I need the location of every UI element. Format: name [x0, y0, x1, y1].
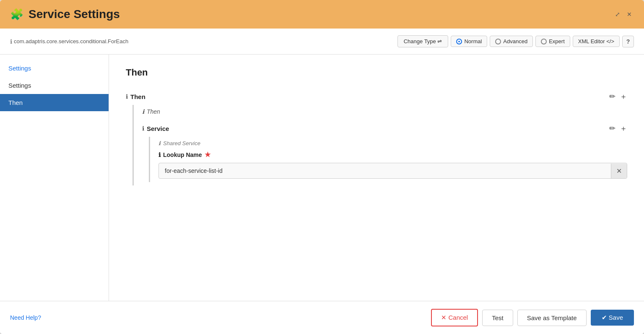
- normal-radio-button[interactable]: Normal: [451, 36, 487, 47]
- change-type-button[interactable]: Change Type ⇌: [397, 35, 449, 47]
- then-add-icon[interactable]: ＋: [620, 91, 627, 102]
- header-controls: ⤢ ✕: [613, 10, 634, 19]
- required-indicator: ★: [205, 151, 210, 159]
- expand-icon[interactable]: ⤢: [613, 10, 622, 19]
- sidebar-item-then[interactable]: Then: [0, 94, 109, 111]
- service-settings-dialog: 🧩 Service Settings ⤢ ✕ ℹ com.adaptris.co…: [0, 0, 644, 334]
- section-title: Then: [126, 67, 627, 78]
- save-template-button[interactable]: Save as Template: [517, 310, 587, 326]
- help-link[interactable]: Need Help?: [10, 314, 41, 321]
- lookup-clear-button[interactable]: ✕: [611, 164, 627, 178]
- then-info-icon: ℹ: [126, 93, 128, 100]
- toolbar-buttons: Change Type ⇌ Normal Advanced Expert XML…: [397, 35, 634, 47]
- service-label-text: Service: [147, 125, 169, 132]
- service-nested-section: ℹ Shared Service ℹ Lookup Name ★: [149, 137, 627, 182]
- lookup-name-label-text: Lookup Name: [163, 151, 202, 158]
- then-nested-section: ℹ Then ℹ Service ✏ ＋: [132, 105, 627, 185]
- expert-label: Expert: [549, 38, 565, 44]
- advanced-label: Advanced: [503, 38, 527, 44]
- class-path-text: com.adaptris.core.services.conditional.F…: [14, 38, 128, 44]
- sidebar-heading: Settings: [0, 63, 109, 77]
- normal-label: Normal: [464, 38, 482, 44]
- lookup-info-icon: ℹ: [158, 151, 161, 158]
- advanced-radio-circle: [495, 39, 501, 44]
- then-nested-label: ℹ Then: [142, 108, 627, 115]
- puzzle-icon: 🧩: [10, 8, 23, 21]
- shared-service-label: ℹ Shared Service: [158, 140, 627, 146]
- dialog-title: Service Settings: [29, 8, 120, 21]
- service-add-icon[interactable]: ＋: [620, 123, 627, 133]
- shared-service-info-icon: ℹ: [158, 140, 161, 146]
- then-actions: ✏ ＋: [609, 91, 627, 102]
- test-button[interactable]: Test: [482, 310, 513, 326]
- close-icon[interactable]: ✕: [625, 10, 634, 19]
- dialog-body: Settings Settings Then Then ℹ Then ✏ ＋: [0, 55, 644, 301]
- service-field-row: ℹ Service ✏ ＋: [142, 120, 627, 137]
- then-label-text: Then: [130, 93, 145, 100]
- cancel-button[interactable]: ✕ Cancel: [431, 309, 478, 326]
- then-edit-icon[interactable]: ✏: [609, 92, 615, 101]
- footer-buttons: ✕ Cancel Test Save as Template ✔ Save: [431, 309, 634, 326]
- lookup-name-row: ℹ Lookup Name ★: [158, 151, 627, 159]
- service-label: ℹ Service: [142, 125, 169, 132]
- header-left: 🧩 Service Settings: [10, 8, 120, 21]
- dialog-footer: Need Help? ✕ Cancel Test Save as Templat…: [0, 301, 644, 334]
- expert-radio-button[interactable]: Expert: [535, 36, 570, 47]
- xml-editor-radio-button[interactable]: XML Editor </>: [573, 36, 620, 47]
- normal-radio-circle: [456, 39, 462, 44]
- nested-then-label-text: Then: [147, 108, 160, 115]
- shared-service-label-text: Shared Service: [163, 140, 200, 146]
- then-field-row: ℹ Then ✏ ＋: [126, 88, 627, 105]
- lookup-name-label: ℹ Lookup Name ★: [158, 151, 210, 159]
- nested-then-info-icon: ℹ: [142, 108, 144, 115]
- dialog-header: 🧩 Service Settings ⤢ ✕: [0, 0, 644, 29]
- class-path: ℹ com.adaptris.core.services.conditional…: [10, 38, 128, 45]
- expert-radio-circle: [541, 39, 547, 44]
- toolbar: ℹ com.adaptris.core.services.conditional…: [0, 29, 644, 55]
- service-info-icon: ℹ: [142, 125, 144, 132]
- path-info-icon: ℹ: [10, 38, 12, 45]
- save-button[interactable]: ✔ Save: [591, 310, 634, 326]
- main-content: Then ℹ Then ✏ ＋ ℹ Then: [109, 55, 644, 301]
- help-button[interactable]: ?: [622, 36, 634, 47]
- then-label: ℹ Then: [126, 93, 145, 100]
- sidebar-item-settings[interactable]: Settings: [0, 77, 109, 94]
- lookup-name-input[interactable]: [159, 163, 611, 178]
- xml-editor-label: XML Editor </>: [578, 38, 614, 44]
- service-edit-icon[interactable]: ✏: [609, 124, 615, 133]
- lookup-input-row: ✕: [158, 163, 627, 179]
- advanced-radio-button[interactable]: Advanced: [490, 36, 533, 47]
- service-actions: ✏ ＋: [609, 123, 627, 133]
- sidebar: Settings Settings Then: [0, 55, 109, 301]
